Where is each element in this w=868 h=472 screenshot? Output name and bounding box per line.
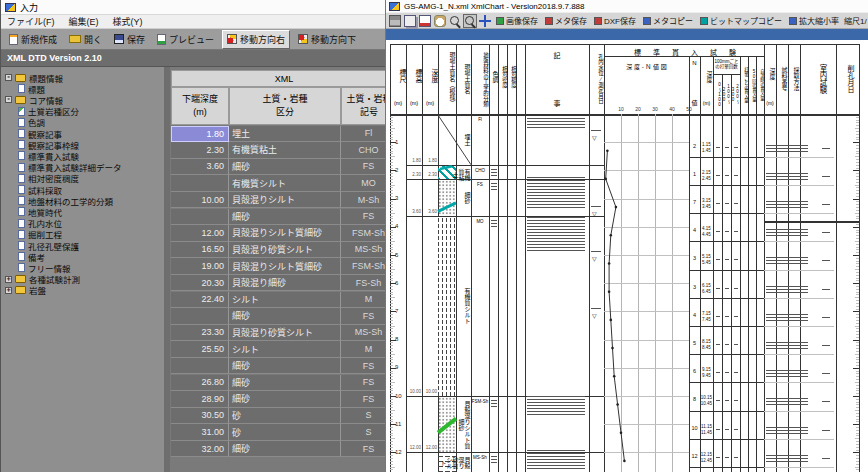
soil-symbol-cell[interactable]: FS xyxy=(341,358,385,375)
soil-name-cell[interactable]: 細砂 xyxy=(229,375,341,392)
soil-symbol-cell[interactable]: FS-Sh xyxy=(341,275,385,292)
toolbar-button-4[interactable]: メタコピー xyxy=(641,14,695,27)
depth-cell[interactable]: 2.30 xyxy=(171,142,229,159)
soil-symbol-cell[interactable]: FS xyxy=(341,375,385,392)
tree-item[interactable]: -標題情報 xyxy=(5,72,163,83)
tree-item[interactable]: フリー情報 xyxy=(5,262,163,273)
soil-name-cell[interactable]: 有機質シルト xyxy=(229,175,341,192)
print-icon[interactable] xyxy=(389,15,401,27)
menu-item-様[interactable]: 様式(Y) xyxy=(113,15,143,28)
soil-symbol-cell[interactable]: FS xyxy=(341,209,385,226)
depth-cell[interactable]: 20.30 xyxy=(171,275,229,292)
tree-item[interactable]: 孔内水位 xyxy=(5,218,163,229)
copy-icon[interactable] xyxy=(404,15,416,27)
soil-symbol-cell[interactable]: S xyxy=(341,424,385,441)
soil-name-cell[interactable]: 細砂 xyxy=(229,358,341,375)
soil-name-cell[interactable]: 細砂 xyxy=(229,441,341,458)
tree-item[interactable]: +各種試験計測 xyxy=(5,274,163,285)
soil-name-cell[interactable]: 細砂 xyxy=(229,159,341,176)
soil-symbol-cell[interactable]: MO xyxy=(341,175,385,192)
soil-symbol-cell[interactable]: CHO xyxy=(341,142,385,159)
soil-name-cell[interactable]: 貝殻混り砂質シルト xyxy=(229,242,341,259)
toolbar-button-preview[interactable]: プレビュー xyxy=(153,31,218,48)
depth-cell[interactable]: 32.00 xyxy=(171,441,229,458)
tree-item[interactable]: +岩盤 xyxy=(5,285,163,296)
depth-cell[interactable]: 28.90 xyxy=(171,391,229,408)
depth-cell[interactable]: 30.50 xyxy=(171,408,229,425)
xmlchart-titlebar[interactable]: GS-AMG-1_N.xml XmlChart - Version2018.9.… xyxy=(386,0,868,12)
toolbar-button-2[interactable]: メタ保存 xyxy=(543,14,589,27)
soil-symbol-cell[interactable]: FS xyxy=(341,159,385,176)
soil-symbol-cell[interactable]: MS-Sh xyxy=(341,325,385,342)
tree-item[interactable]: 掘削工程 xyxy=(5,229,163,240)
tree-item[interactable]: 備考 xyxy=(5,251,163,262)
tree-item[interactable]: 標準貫入試験 xyxy=(5,150,163,161)
tree-item[interactable]: 相対密度稠度 xyxy=(5,173,163,184)
soil-name-cell[interactable]: 貝殻混り細砂 xyxy=(229,275,341,292)
tree-item[interactable]: 土質岩種区分 xyxy=(5,106,163,117)
depth-cell[interactable]: 25.50 xyxy=(171,341,229,358)
soil-symbol-cell[interactable]: S xyxy=(341,408,385,425)
zoom-in-icon[interactable] xyxy=(449,15,461,27)
soil-name-cell[interactable]: 砂 xyxy=(229,424,341,441)
depth-cell[interactable] xyxy=(171,175,229,192)
depth-cell[interactable]: 19.00 xyxy=(171,258,229,275)
tree-item[interactable]: 試料採取 xyxy=(5,184,163,195)
tree-item[interactable]: 標準貫入試験詳細データ xyxy=(5,162,163,173)
soil-symbol-cell[interactable]: FS xyxy=(341,441,385,458)
depth-cell[interactable]: 22.40 xyxy=(171,292,229,309)
soil-name-cell[interactable]: 細砂 xyxy=(229,391,341,408)
menu-item-フ[interactable]: ファイル(F) xyxy=(7,15,55,28)
soil-name-cell[interactable]: 貝殻混りシルト xyxy=(229,192,341,209)
soil-name-cell[interactable]: 細砂 xyxy=(229,209,341,226)
menu-item-編[interactable]: 編集(E) xyxy=(69,15,99,28)
hand-icon[interactable] xyxy=(434,15,446,27)
toolbar-button-5[interactable]: ビットマップコピー xyxy=(698,14,784,27)
pan-icon[interactable] xyxy=(479,15,491,27)
toolbar-button-1[interactable]: 画像保存 xyxy=(494,14,540,27)
depth-cell[interactable]: 23.30 xyxy=(171,325,229,342)
depth-cell[interactable]: 12.00 xyxy=(171,225,229,242)
depth-cell[interactable]: 1.80 xyxy=(171,126,229,143)
collapse-icon[interactable]: - xyxy=(5,74,12,81)
toolbar-button-6[interactable]: 拡大縮小率 xyxy=(787,14,841,27)
soil-symbol-cell[interactable]: FS xyxy=(341,308,385,325)
depth-cell[interactable]: 26.80 xyxy=(171,375,229,392)
soil-name-cell[interactable]: 砂 xyxy=(229,408,341,425)
soil-symbol-cell[interactable]: M xyxy=(341,292,385,309)
toolbar-button-move-right[interactable]: 移動方向右 xyxy=(222,30,290,49)
depth-cell[interactable]: 16.50 xyxy=(171,242,229,259)
soil-symbol-cell[interactable]: Fl xyxy=(341,126,385,143)
toolbar-button-save-floppy[interactable]: 保存 xyxy=(110,31,149,48)
soil-name-cell[interactable]: 貝殻混りシルト質細砂 xyxy=(229,225,341,242)
depth-cell[interactable] xyxy=(171,209,229,226)
soil-symbol-cell[interactable]: M-Sh xyxy=(341,192,385,209)
tree-item[interactable]: -コア情報 xyxy=(5,94,163,105)
soil-symbol-cell[interactable]: M xyxy=(341,341,385,358)
tree-item[interactable]: 孔径孔壁保護 xyxy=(5,240,163,251)
export-icon[interactable] xyxy=(419,15,431,27)
zoom-out-icon[interactable] xyxy=(464,15,476,27)
input-window-titlebar[interactable]: 入力 xyxy=(1,0,385,15)
soil-name-cell[interactable]: 貝殻混りシルト質細砂 xyxy=(229,258,341,275)
tree-item[interactable]: 色調 xyxy=(5,117,163,128)
soil-name-cell[interactable]: 有機質粘土 xyxy=(229,142,341,159)
soil-name-cell[interactable]: 貝殻混り砂質シルト xyxy=(229,325,341,342)
toolbar-button-move-down[interactable]: 移動方向下 xyxy=(294,31,360,48)
depth-cell[interactable] xyxy=(171,308,229,325)
tree-item[interactable]: 地盤材料の工学的分類 xyxy=(5,195,163,206)
toolbar-button-new-document[interactable]: 新規作成 xyxy=(5,31,61,48)
expand-icon[interactable]: + xyxy=(5,287,12,294)
soil-name-cell[interactable]: 細砂 xyxy=(229,308,341,325)
tree-item[interactable]: 地質時代 xyxy=(5,206,163,217)
tree-item[interactable]: 観察記事 xyxy=(5,128,163,139)
soil-name-cell[interactable]: 埋土 xyxy=(229,126,341,143)
tree-item[interactable]: 観察記事枠線 xyxy=(5,139,163,150)
collapse-icon[interactable]: - xyxy=(5,96,12,103)
toolbar-button-open-folder[interactable]: 開く xyxy=(65,31,106,48)
expand-icon[interactable]: + xyxy=(5,276,12,283)
soil-name-cell[interactable]: シルト xyxy=(229,341,341,358)
depth-cell[interactable]: 3.60 xyxy=(171,159,229,176)
tree-item[interactable]: 標題 xyxy=(5,83,163,94)
soil-symbol-cell[interactable]: FSM-Sh xyxy=(341,225,385,242)
